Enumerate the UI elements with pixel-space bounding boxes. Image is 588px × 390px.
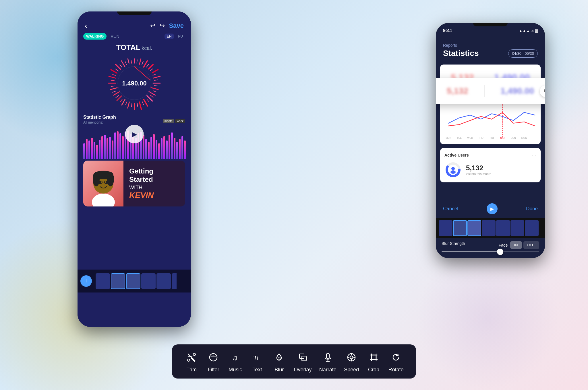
svg-rect-83 [166, 141, 168, 159]
svg-rect-76 [148, 142, 150, 159]
timeline-frame[interactable] [111, 273, 125, 289]
blur-strength-slider[interactable] [442, 251, 539, 252]
svg-line-7 [151, 88, 158, 90]
svg-line-30 [154, 86, 158, 86]
add-clip-button[interactable]: + [80, 275, 92, 287]
svg-rect-66 [122, 136, 124, 159]
month-btn[interactable]: month [163, 119, 174, 123]
timeline-frame[interactable] [156, 273, 171, 289]
svg-rect-53 [88, 141, 90, 159]
getting-started-card: Getting Started WITH KEVIN [83, 161, 185, 206]
active-users-content: 5,132 visitors this month [444, 161, 536, 178]
svg-line-31 [153, 91, 156, 92]
svg-rect-85 [171, 132, 173, 159]
svg-text:TUE: TUE [457, 136, 462, 139]
timeline-frame[interactable] [141, 273, 156, 289]
toolbar-item-overlay[interactable]: Overlay [294, 350, 312, 373]
svg-line-40 [113, 91, 116, 92]
toolbar-item-filter[interactable]: Filter [206, 350, 220, 373]
toolbar-item-music[interactable]: ♫ Music [228, 350, 243, 373]
signal-icon: ▲▲▲ [519, 29, 530, 33]
svg-rect-63 [114, 132, 116, 159]
popup-divider [484, 85, 485, 97]
bottom-toolbar: Trim Filter ♫ Music T t Text [172, 344, 416, 379]
thumbnail-item[interactable] [482, 220, 496, 236]
toolbar-item-trim[interactable]: Trim [184, 350, 199, 373]
svg-rect-57 [99, 140, 100, 159]
back-button[interactable]: ‹ [85, 21, 87, 30]
blur-label: Blur [274, 367, 284, 373]
toolbar-item-narrate[interactable]: Narrate [319, 350, 336, 373]
status-time: 9:41 [443, 28, 452, 33]
phone-right-inner: 9:41 ▲▲▲ ⌾ ▓ Reports Statistics 04/30 - … [436, 23, 545, 258]
total-unit: kcal. [142, 45, 152, 51]
bottom-controls: Cancel ▶ Done [436, 200, 545, 218]
svg-line-39 [116, 95, 118, 98]
right-phone-content: 9:41 ▲▲▲ ⌾ ▓ Reports Statistics 04/30 - … [436, 23, 545, 258]
thumbnail-item[interactable] [439, 220, 452, 236]
month-toggle[interactable]: month week [163, 119, 185, 123]
text-icon: T t [250, 350, 264, 364]
redo-button[interactable]: ↪ [160, 22, 165, 30]
svg-line-38 [120, 99, 122, 102]
blur-icon [272, 350, 286, 364]
toolbar-item-rotate[interactable]: Rotate [388, 350, 404, 373]
svg-rect-80 [158, 143, 160, 159]
music-label: Music [229, 367, 242, 373]
timeline-frame[interactable] [96, 273, 110, 289]
cancel-button[interactable]: Cancel [443, 206, 458, 212]
svg-rect-51 [83, 143, 85, 159]
svg-text:SAT: SAT [500, 136, 505, 139]
svg-line-42 [111, 80, 114, 81]
fade-out-button[interactable]: OUT [523, 241, 539, 249]
svg-line-16 [113, 92, 119, 95]
timeline-frame[interactable] [172, 273, 177, 289]
battery-icon: ▓ [535, 29, 538, 33]
thumbnail-item[interactable] [496, 220, 510, 236]
blur-slider-fill [442, 251, 500, 252]
thumbnail-item[interactable] [453, 220, 467, 236]
toolbar-item-crop[interactable]: Crop [367, 350, 381, 373]
thumbnail-item[interactable] [525, 220, 539, 236]
svg-rect-78 [153, 134, 155, 159]
svg-rect-55 [94, 142, 95, 159]
toolbar-item-speed[interactable]: Speed [344, 350, 359, 373]
save-button[interactable]: Save [169, 22, 184, 30]
thumbnail-strip [436, 218, 545, 238]
svg-point-99 [93, 172, 100, 186]
svg-line-45 [120, 65, 122, 67]
phone-notch [117, 11, 152, 15]
week-btn[interactable]: week [175, 119, 185, 123]
toolbar-item-blur[interactable]: Blur [272, 350, 286, 373]
blur-slider-thumb[interactable] [497, 249, 503, 255]
timeline-frame[interactable] [126, 273, 140, 289]
svg-text:SUN: SUN [511, 136, 516, 139]
trim-label: Trim [186, 367, 196, 373]
svg-line-13 [127, 102, 129, 108]
fade-in-button[interactable]: IN [510, 241, 522, 249]
getting-started-text: Getting Started WITH KEVIN [123, 161, 160, 206]
play-button[interactable]: ▶ [125, 125, 144, 143]
svg-point-131 [350, 356, 353, 359]
toolbar-item-text[interactable]: T t Text [250, 350, 264, 373]
thumbnail-item[interactable] [510, 220, 524, 236]
circular-chart-svg: 1.490.00 [103, 52, 166, 115]
svg-line-3 [148, 65, 153, 69]
done-button[interactable]: Done [526, 206, 538, 212]
play-button-small[interactable]: ▶ [487, 203, 498, 214]
svg-rect-59 [104, 135, 106, 159]
svg-line-33 [147, 99, 149, 102]
date-range-selector[interactable]: 04/30 - 05/30 [508, 49, 538, 58]
total-label: TOTAL [116, 43, 140, 52]
svg-point-117 [187, 359, 190, 361]
svg-rect-81 [161, 138, 163, 159]
more-options-icon[interactable]: ⋯ [532, 152, 536, 158]
svg-line-10 [144, 99, 148, 106]
phone-left: ‹ ↩ ↪ Save WALKING RUN EN RU TOTAL kcal. [78, 11, 191, 327]
svg-text:MON: MON [521, 136, 527, 139]
svg-rect-89 [181, 136, 183, 159]
svg-point-123 [278, 357, 280, 359]
svg-line-14 [122, 99, 125, 105]
thumbnail-item[interactable] [467, 220, 481, 236]
undo-button[interactable]: ↩ [150, 22, 155, 30]
